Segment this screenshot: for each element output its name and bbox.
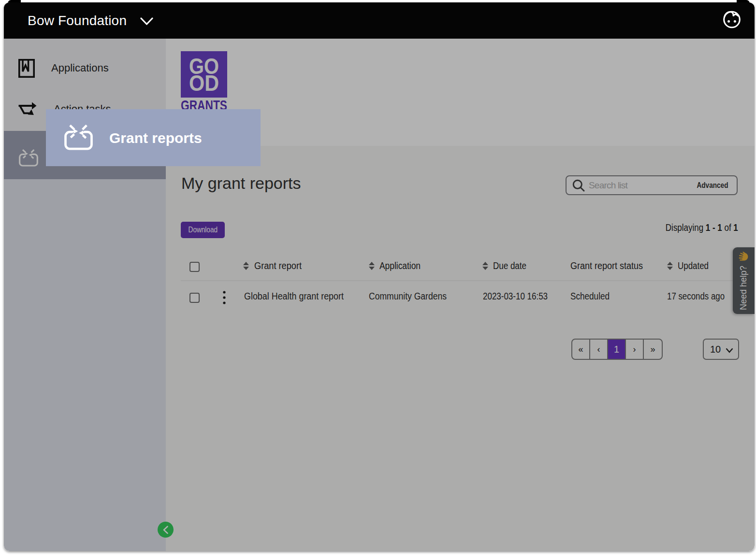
- topbar: Bow Foundation: [4, 2, 755, 39]
- account-switcher[interactable]: Bow Foundation: [28, 2, 153, 39]
- chevron-down-icon: [140, 17, 153, 26]
- grant-reports-icon: [64, 125, 93, 150]
- account-name: Bow Foundation: [28, 13, 127, 28]
- grant-reports-flyout[interactable]: Grant reports: [46, 109, 261, 166]
- screen: Bow Foundation Applicat: [0, 0, 756, 555]
- app-window: Bow Foundation Applicat: [4, 2, 755, 551]
- account-avatar-icon[interactable]: [722, 10, 741, 29]
- flyout-label: Grant reports: [109, 130, 202, 146]
